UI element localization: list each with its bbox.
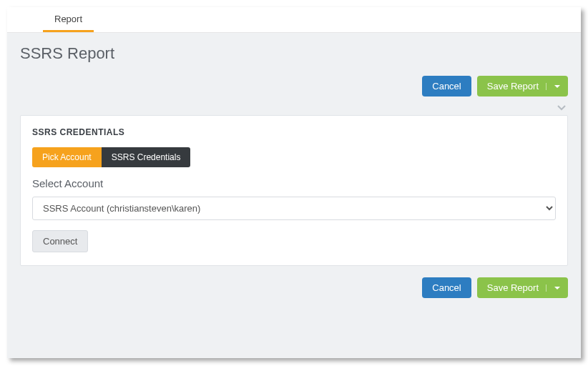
chevron-down-icon (554, 284, 561, 292)
page-title: SSRS Report (20, 44, 568, 63)
tab-report-label: Report (54, 14, 82, 24)
credentials-card: SSRS CREDENTIALS Pick Account SSRS Crede… (20, 115, 568, 266)
tab-report[interactable]: Report (43, 7, 94, 32)
save-report-dropdown-toggle-bottom[interactable] (546, 284, 568, 292)
page-window: Report SSRS Report Cancel Save Report SS… (7, 7, 581, 358)
save-report-button-bottom-label: Save Report (487, 282, 546, 293)
top-action-row: Cancel Save Report (20, 76, 568, 96)
collapse-row (20, 101, 568, 115)
spacer (20, 302, 568, 345)
save-report-button[interactable]: Save Report (477, 76, 568, 96)
select-account-label: Select Account (32, 177, 556, 189)
save-report-dropdown-toggle[interactable] (546, 83, 568, 90)
connect-button-label: Connect (43, 236, 77, 247)
subtab-ssrs-credentials-label: SSRS Credentials (112, 152, 181, 162)
connect-button[interactable]: Connect (32, 230, 88, 252)
account-select[interactable]: SSRS Account (christiansteven\karen) (32, 197, 556, 220)
subtab-pick-account[interactable]: Pick Account (32, 147, 102, 167)
section-title: SSRS CREDENTIALS (32, 127, 556, 137)
cancel-button-bottom-label: Cancel (432, 282, 461, 293)
body-area: SSRS Report Cancel Save Report SSRS CRED… (7, 33, 581, 358)
bottom-action-row: Cancel Save Report (20, 277, 568, 298)
collapse-chevron-icon[interactable] (557, 102, 567, 112)
tab-strip: Report (7, 7, 581, 33)
chevron-down-icon (554, 83, 561, 90)
cancel-button-bottom[interactable]: Cancel (422, 277, 471, 298)
cancel-button[interactable]: Cancel (422, 76, 471, 96)
cancel-button-label: Cancel (432, 81, 461, 91)
subtab-ssrs-credentials[interactable]: SSRS Credentials (102, 147, 191, 167)
subtab-row: Pick Account SSRS Credentials (32, 147, 556, 167)
save-report-button-label: Save Report (487, 81, 546, 91)
subtab-pick-account-label: Pick Account (42, 152, 92, 162)
save-report-button-bottom[interactable]: Save Report (477, 277, 568, 298)
